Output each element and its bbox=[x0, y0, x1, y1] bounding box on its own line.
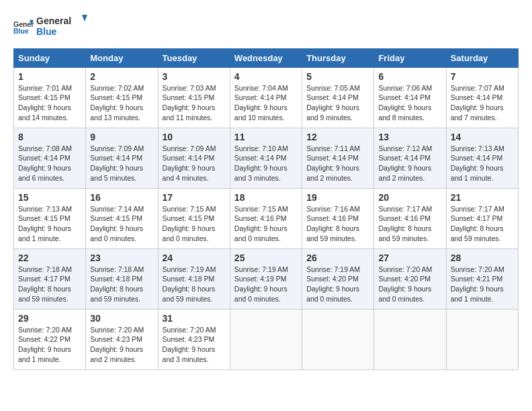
day-number: 31 bbox=[163, 313, 226, 324]
calendar-cell: 30Sunrise: 7:20 AMSunset: 4:23 PMDayligh… bbox=[86, 309, 158, 369]
day-number: 2 bbox=[90, 71, 153, 82]
day-info: Sunrise: 7:15 AMSunset: 4:16 PMDaylight:… bbox=[234, 204, 298, 244]
calendar-cell bbox=[230, 309, 302, 369]
calendar-cell: 6Sunrise: 7:06 AMSunset: 4:14 PMDaylight… bbox=[374, 67, 446, 128]
day-number: 4 bbox=[234, 71, 298, 82]
calendar-cell: 9Sunrise: 7:09 AMSunset: 4:14 PMDaylight… bbox=[86, 128, 158, 188]
day-number: 25 bbox=[234, 253, 298, 263]
calendar-cell bbox=[374, 309, 446, 369]
calendar-cell: 10Sunrise: 7:09 AMSunset: 4:14 PMDayligh… bbox=[158, 128, 230, 188]
day-number: 27 bbox=[378, 253, 441, 263]
day-info: Sunrise: 7:17 AMSunset: 4:16 PMDaylight:… bbox=[378, 204, 441, 244]
day-number: 8 bbox=[18, 132, 81, 142]
calendar-cell: 1Sunrise: 7:01 AMSunset: 4:15 PMDaylight… bbox=[14, 67, 86, 128]
day-number: 3 bbox=[163, 71, 226, 82]
day-info: Sunrise: 7:13 AMSunset: 4:15 PMDaylight:… bbox=[18, 204, 81, 244]
day-info: Sunrise: 7:04 AMSunset: 4:14 PMDaylight:… bbox=[234, 83, 298, 123]
day-info: Sunrise: 7:18 AMSunset: 4:17 PMDaylight:… bbox=[18, 265, 81, 304]
day-number: 19 bbox=[306, 192, 369, 203]
day-info: Sunrise: 7:19 AMSunset: 4:18 PMDaylight:… bbox=[163, 265, 226, 304]
day-number: 11 bbox=[234, 132, 298, 142]
day-number: 14 bbox=[451, 132, 514, 142]
day-info: Sunrise: 7:02 AMSunset: 4:15 PMDaylight:… bbox=[90, 83, 153, 123]
calendar-cell: 22Sunrise: 7:18 AMSunset: 4:17 PMDayligh… bbox=[14, 248, 86, 309]
day-info: Sunrise: 7:09 AMSunset: 4:14 PMDaylight:… bbox=[163, 144, 226, 183]
day-number: 15 bbox=[18, 192, 81, 203]
calendar-cell: 7Sunrise: 7:07 AMSunset: 4:14 PMDaylight… bbox=[446, 67, 518, 128]
day-info: Sunrise: 7:19 AMSunset: 4:19 PMDaylight:… bbox=[234, 265, 298, 304]
day-number: 22 bbox=[18, 253, 81, 263]
day-info: Sunrise: 7:13 AMSunset: 4:14 PMDaylight:… bbox=[451, 144, 514, 183]
calendar-table: SundayMondayTuesdayWednesdayThursdayFrid… bbox=[13, 48, 519, 370]
day-info: Sunrise: 7:14 AMSunset: 4:15 PMDaylight:… bbox=[90, 204, 153, 244]
calendar-body: 1Sunrise: 7:01 AMSunset: 4:15 PMDaylight… bbox=[14, 67, 519, 369]
calendar-week-1: 1Sunrise: 7:01 AMSunset: 4:15 PMDaylight… bbox=[14, 67, 519, 128]
day-number: 17 bbox=[163, 192, 226, 203]
col-header-sunday: Sunday bbox=[14, 48, 86, 67]
calendar-cell: 28Sunrise: 7:20 AMSunset: 4:21 PMDayligh… bbox=[446, 248, 518, 309]
day-number: 21 bbox=[451, 192, 514, 203]
svg-text:Blue: Blue bbox=[36, 26, 57, 37]
page-header: General Blue General Blue bbox=[13, 13, 519, 42]
day-number: 30 bbox=[90, 313, 153, 324]
day-info: Sunrise: 7:06 AMSunset: 4:14 PMDaylight:… bbox=[378, 83, 441, 123]
calendar-cell: 14Sunrise: 7:13 AMSunset: 4:14 PMDayligh… bbox=[446, 128, 518, 188]
day-number: 12 bbox=[306, 132, 369, 142]
calendar-week-3: 15Sunrise: 7:13 AMSunset: 4:15 PMDayligh… bbox=[14, 188, 519, 248]
calendar-cell: 26Sunrise: 7:19 AMSunset: 4:20 PMDayligh… bbox=[302, 248, 374, 309]
day-info: Sunrise: 7:20 AMSunset: 4:20 PMDaylight:… bbox=[378, 265, 441, 304]
day-info: Sunrise: 7:12 AMSunset: 4:14 PMDaylight:… bbox=[378, 144, 441, 183]
day-info: Sunrise: 7:18 AMSunset: 4:18 PMDaylight:… bbox=[90, 265, 153, 304]
calendar-cell: 20Sunrise: 7:17 AMSunset: 4:16 PMDayligh… bbox=[374, 188, 446, 248]
calendar-cell: 27Sunrise: 7:20 AMSunset: 4:20 PMDayligh… bbox=[374, 248, 446, 309]
day-number: 9 bbox=[90, 132, 153, 142]
calendar-cell: 17Sunrise: 7:15 AMSunset: 4:15 PMDayligh… bbox=[158, 188, 230, 248]
svg-text:General: General bbox=[36, 15, 71, 26]
day-number: 1 bbox=[18, 71, 81, 82]
calendar-cell: 8Sunrise: 7:08 AMSunset: 4:14 PMDaylight… bbox=[14, 128, 86, 188]
calendar-cell: 13Sunrise: 7:12 AMSunset: 4:14 PMDayligh… bbox=[374, 128, 446, 188]
day-number: 23 bbox=[90, 253, 153, 263]
calendar-cell: 4Sunrise: 7:04 AMSunset: 4:14 PMDaylight… bbox=[230, 67, 302, 128]
col-header-thursday: Thursday bbox=[302, 48, 374, 67]
day-number: 24 bbox=[163, 253, 226, 263]
calendar-cell: 5Sunrise: 7:05 AMSunset: 4:14 PMDaylight… bbox=[302, 67, 374, 128]
day-number: 6 bbox=[378, 71, 441, 82]
day-info: Sunrise: 7:20 AMSunset: 4:22 PMDaylight:… bbox=[18, 325, 81, 365]
col-header-tuesday: Tuesday bbox=[158, 48, 230, 67]
day-info: Sunrise: 7:05 AMSunset: 4:14 PMDaylight:… bbox=[306, 83, 369, 123]
day-info: Sunrise: 7:10 AMSunset: 4:14 PMDaylight:… bbox=[234, 144, 298, 183]
calendar-cell bbox=[446, 309, 518, 369]
day-number: 13 bbox=[378, 132, 441, 142]
calendar-cell bbox=[302, 309, 374, 369]
col-header-friday: Friday bbox=[374, 48, 446, 67]
calendar-cell: 2Sunrise: 7:02 AMSunset: 4:15 PMDaylight… bbox=[86, 67, 158, 128]
day-info: Sunrise: 7:20 AMSunset: 4:23 PMDaylight:… bbox=[163, 325, 226, 365]
day-info: Sunrise: 7:20 AMSunset: 4:23 PMDaylight:… bbox=[90, 325, 153, 365]
day-number: 5 bbox=[306, 71, 369, 82]
calendar-cell: 12Sunrise: 7:11 AMSunset: 4:14 PMDayligh… bbox=[302, 128, 374, 188]
day-info: Sunrise: 7:19 AMSunset: 4:20 PMDaylight:… bbox=[306, 265, 369, 304]
day-info: Sunrise: 7:07 AMSunset: 4:14 PMDaylight:… bbox=[451, 83, 514, 123]
calendar-week-4: 22Sunrise: 7:18 AMSunset: 4:17 PMDayligh… bbox=[14, 248, 519, 309]
day-info: Sunrise: 7:01 AMSunset: 4:15 PMDaylight:… bbox=[18, 83, 81, 123]
calendar-cell: 19Sunrise: 7:16 AMSunset: 4:16 PMDayligh… bbox=[302, 188, 374, 248]
day-info: Sunrise: 7:17 AMSunset: 4:17 PMDaylight:… bbox=[451, 204, 514, 244]
calendar-cell: 3Sunrise: 7:03 AMSunset: 4:15 PMDaylight… bbox=[158, 67, 230, 128]
calendar-cell: 29Sunrise: 7:20 AMSunset: 4:22 PMDayligh… bbox=[14, 309, 86, 369]
logo-line1: General Blue bbox=[36, 13, 90, 42]
calendar-cell: 16Sunrise: 7:14 AMSunset: 4:15 PMDayligh… bbox=[86, 188, 158, 248]
col-header-wednesday: Wednesday bbox=[230, 48, 302, 67]
day-info: Sunrise: 7:08 AMSunset: 4:14 PMDaylight:… bbox=[18, 144, 81, 183]
calendar-cell: 11Sunrise: 7:10 AMSunset: 4:14 PMDayligh… bbox=[230, 128, 302, 188]
calendar-week-2: 8Sunrise: 7:08 AMSunset: 4:14 PMDaylight… bbox=[14, 128, 519, 188]
col-header-saturday: Saturday bbox=[446, 48, 518, 67]
calendar-cell: 23Sunrise: 7:18 AMSunset: 4:18 PMDayligh… bbox=[86, 248, 158, 309]
calendar-header-row: SundayMondayTuesdayWednesdayThursdayFrid… bbox=[14, 48, 519, 67]
calendar-cell: 21Sunrise: 7:17 AMSunset: 4:17 PMDayligh… bbox=[446, 188, 518, 248]
day-number: 10 bbox=[163, 132, 226, 142]
day-info: Sunrise: 7:15 AMSunset: 4:15 PMDaylight:… bbox=[163, 204, 226, 244]
day-number: 20 bbox=[378, 192, 441, 203]
logo-icon: General Blue bbox=[13, 17, 34, 38]
calendar-cell: 31Sunrise: 7:20 AMSunset: 4:23 PMDayligh… bbox=[158, 309, 230, 369]
